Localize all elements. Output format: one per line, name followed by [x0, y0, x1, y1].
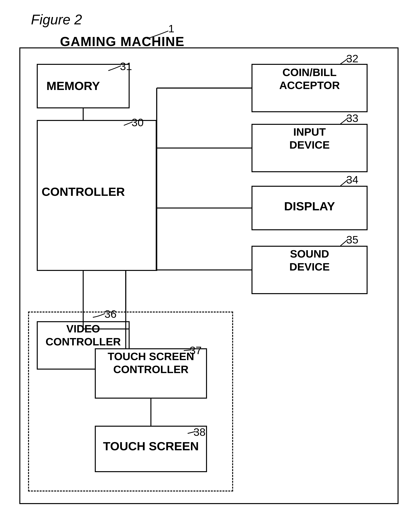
ref-30: 30 [131, 116, 144, 129]
ref-36: 36 [105, 308, 116, 320]
touch-screen-label: TOUCH SCREEN [99, 439, 203, 453]
ref-32: 32 [346, 52, 358, 65]
controller-label: CONTROLLER [42, 185, 125, 199]
ref-1: 1 [168, 22, 174, 35]
sound-device-label: SOUNDDEVICE [257, 247, 362, 273]
figure-title: Figure 2 [31, 12, 82, 27]
coin-acceptor-label: COIN/BILLACCEPTOR [257, 66, 362, 92]
ref-31: 31 [120, 60, 132, 73]
ref-34: 34 [346, 173, 358, 186]
input-device-label: INPUTDEVICE [257, 125, 362, 151]
display-label: DISPLAY [257, 199, 362, 213]
ref-37: 37 [190, 344, 201, 357]
video-controller-label: VIDEOCONTROLLER [41, 322, 126, 348]
gaming-machine-label: GAMING MACHINE [60, 34, 184, 49]
memory-label: MEMORY [46, 79, 100, 93]
ref-35: 35 [346, 233, 358, 246]
touch-screen-controller-label: TOUCH SCREENCONTROLLER [99, 350, 203, 376]
ref-33: 33 [346, 112, 358, 124]
ref-38: 38 [193, 426, 205, 438]
